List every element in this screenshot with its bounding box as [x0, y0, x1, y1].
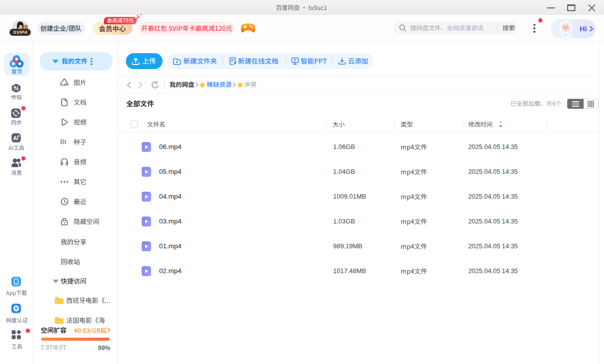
svg-text:AI: AI — [13, 136, 18, 141]
svg-text:P: P — [294, 59, 296, 62]
